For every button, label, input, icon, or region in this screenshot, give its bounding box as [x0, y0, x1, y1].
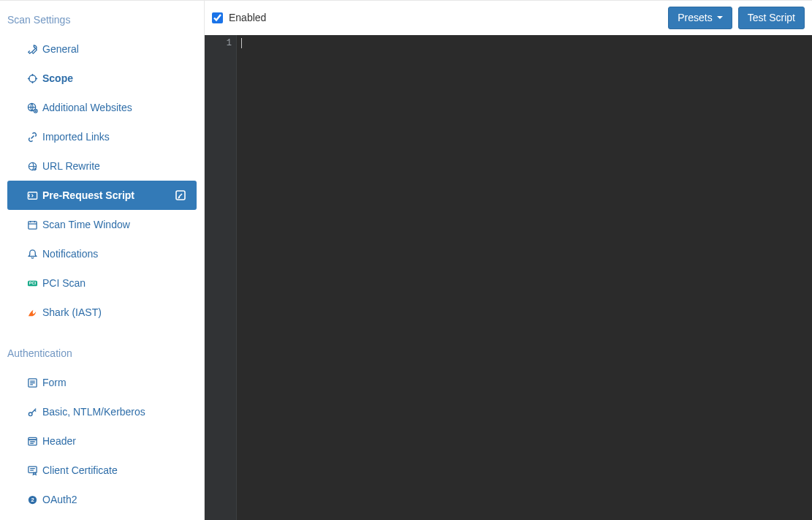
oauth-icon: 2 [26, 494, 38, 505]
svg-text:PCI: PCI [29, 281, 36, 285]
sidebar-item-form[interactable]: Form [7, 368, 197, 397]
toolbar: Enabled Presets Test Script [205, 1, 812, 35]
sidebar-item-label: Basic, NTLM/Kerberos [42, 406, 145, 418]
sidebar-item-notifications[interactable]: Notifications [7, 239, 197, 268]
code-editor[interactable]: 1 [205, 35, 812, 520]
sidebar-item-oauth2[interactable]: 2OAuth2 [7, 485, 197, 514]
globe-plus-icon [26, 102, 38, 113]
sidebar-item-label: Client Certificate [42, 464, 118, 476]
wrench-icon [26, 43, 38, 55]
sidebar-item-scan-time-window[interactable]: Scan Time Window [7, 210, 197, 239]
presets-button[interactable]: Presets [668, 7, 732, 29]
sidebar-item-url-rewrite[interactable]: URL Rewrite [7, 151, 197, 181]
sidebar-item-label: Scope [42, 72, 73, 84]
sidebar-item-pre-request-script[interactable]: Pre-Request Script [7, 181, 197, 210]
script-icon [26, 189, 38, 201]
scan-settings-list: GeneralScopeAdditional WebsitesImported … [0, 34, 204, 327]
key-icon [26, 406, 38, 418]
sidebar-item-label: Header [42, 435, 76, 447]
shark-icon [26, 306, 38, 318]
sidebar-item-client-certificate[interactable]: Client Certificate [7, 456, 197, 485]
sidebar-item-additional-websites[interactable]: Additional Websites [7, 93, 197, 122]
svg-point-0 [29, 75, 35, 81]
sidebar-item-label: Scan Time Window [42, 219, 130, 230]
sidebar-item-label: Notifications [42, 248, 98, 260]
sidebar-item-header[interactable]: Header [7, 426, 197, 456]
scan-settings-heading: Scan Settings [0, 8, 204, 34]
sidebar-item-label: Shark (IAST) [42, 306, 102, 318]
sidebar-item-label: OAuth2 [42, 494, 77, 505]
test-script-button-label: Test Script [748, 12, 795, 24]
test-script-button[interactable]: Test Script [738, 7, 805, 29]
svg-text:2: 2 [31, 497, 34, 503]
authentication-heading: Authentication [0, 342, 204, 368]
authentication-list: FormBasic, NTLM/KerberosHeaderClient Cer… [0, 368, 204, 514]
main-panel: Enabled Presets Test Script 1 [205, 1, 812, 520]
enabled-label: Enabled [229, 12, 266, 23]
editor-gutter: 1 [205, 35, 237, 520]
calendar-icon [26, 219, 38, 230]
sidebar-item-basic-ntlm-kerberos[interactable]: Basic, NTLM/Kerberos [7, 397, 197, 426]
sidebar-item-imported-links[interactable]: Imported Links [7, 122, 197, 151]
edit-icon [175, 189, 186, 201]
sidebar-item-general[interactable]: General [7, 34, 197, 64]
presets-button-label: Presets [678, 12, 712, 24]
sidebar-item-label: Pre-Request Script [42, 189, 134, 201]
sidebar-item-shark-iast[interactable]: Shark (IAST) [7, 298, 197, 327]
enabled-checkbox[interactable] [212, 12, 223, 23]
line-number: 1 [205, 38, 232, 48]
sidebar: Scan Settings GeneralScopeAdditional Web… [0, 1, 205, 520]
svg-rect-12 [28, 466, 36, 472]
cert-icon [26, 464, 38, 476]
sidebar-item-label: URL Rewrite [42, 160, 100, 172]
header-icon [26, 435, 38, 447]
sidebar-item-pci-scan[interactable]: PCIPCI Scan [7, 268, 197, 298]
target-icon [26, 72, 38, 84]
bell-icon [26, 248, 38, 260]
link-icon [26, 131, 38, 143]
svg-point-10 [29, 412, 32, 415]
sidebar-item-label: Form [42, 377, 67, 388]
sidebar-item-label: Additional Websites [42, 102, 132, 113]
sidebar-item-scope[interactable]: Scope [7, 64, 197, 93]
app-root: Scan Settings GeneralScopeAdditional Web… [0, 0, 812, 520]
sidebar-item-label: General [42, 43, 79, 55]
sidebar-item-label: PCI Scan [42, 277, 86, 289]
form-icon [26, 377, 38, 388]
pci-icon: PCI [26, 277, 38, 289]
svg-rect-6 [28, 221, 36, 228]
editor-cursor [241, 38, 242, 48]
sidebar-item-label: Imported Links [42, 131, 110, 143]
chevron-down-icon [717, 16, 723, 19]
rewrite-icon [26, 160, 38, 172]
code-textarea[interactable] [237, 35, 812, 520]
